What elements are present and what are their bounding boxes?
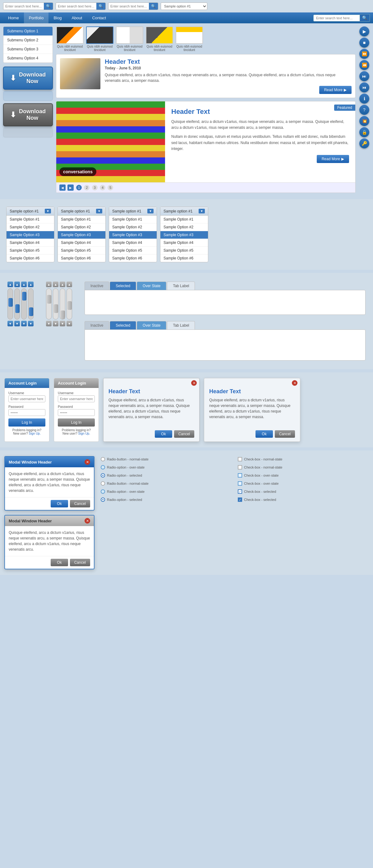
v-slider-2-down[interactable]: ▼ <box>14 321 20 327</box>
dd3-opt3[interactable]: Sample Option #3 <box>109 231 157 239</box>
rb-rw[interactable]: ⏪ <box>359 60 369 70</box>
password-input-1[interactable] <box>8 409 45 416</box>
nav-search-input[interactable] <box>313 14 360 22</box>
radio-over-2-icon[interactable] <box>101 489 105 494</box>
radio-normal-2-icon[interactable] <box>101 481 105 486</box>
rb-skipfwd[interactable]: ⏭ <box>359 71 369 81</box>
tab-label-2[interactable]: Tab Label <box>167 321 195 330</box>
dd3-opt2[interactable]: Sample Option #2 <box>109 223 157 231</box>
modal-inner-1-close[interactable]: ✕ <box>191 380 197 386</box>
modal-box-1-close[interactable]: ✕ <box>84 459 90 465</box>
dd3-opt6[interactable]: Sample Option #6 <box>109 254 157 262</box>
dd4-opt4[interactable]: Sample Option #4 <box>160 239 208 247</box>
v-slider-1-down[interactable]: ▼ <box>7 321 13 327</box>
modal-box-1-cancel[interactable]: Cancel <box>70 500 90 507</box>
rb-lock[interactable]: 🔒 <box>359 127 369 137</box>
v-slider-2-up[interactable]: ▲ <box>14 282 20 287</box>
dd4-opt1[interactable]: Sample Option #1 <box>160 216 208 223</box>
modal-box-2-ok[interactable]: Ok <box>51 559 68 566</box>
tab-inactive-1[interactable]: Inactive <box>84 282 109 290</box>
v-slider-8-down[interactable]: ▼ <box>67 321 72 327</box>
thumb-item-3[interactable]: Quis nibh euismod tincidunt <box>145 26 173 52</box>
dd1-opt4[interactable]: Sample Option #4 <box>6 239 54 247</box>
modal-inner-1-cancel[interactable]: Cancel <box>174 430 194 438</box>
v-slider-6-up[interactable]: ▲ <box>53 282 59 287</box>
dd3-opt1[interactable]: Sample Option #1 <box>109 216 157 223</box>
v-slider-4-thumb[interactable] <box>29 307 33 316</box>
nav-search-button[interactable]: 🔍 <box>360 14 370 22</box>
v-slider-2-thumb[interactable] <box>15 304 20 313</box>
dd2-opt5[interactable]: Sample Option #5 <box>58 247 105 254</box>
v-slider-7-down[interactable]: ▼ <box>60 321 65 327</box>
tab-selected-1[interactable]: Selected <box>110 282 136 290</box>
search-button-2[interactable]: 🔍 <box>96 3 105 10</box>
nav-about[interactable]: About <box>67 12 87 23</box>
submenu-item-1[interactable]: Submenu Option 2 <box>3 36 53 45</box>
dd4-opt3[interactable]: Sample Option #3 <box>160 231 208 239</box>
submenu-item-3[interactable]: Submenu Option 4 <box>3 54 53 63</box>
v-slider-7-thumb[interactable] <box>61 310 65 319</box>
check-selected-1-icon[interactable]: ✓ <box>238 489 242 494</box>
username-input-1[interactable] <box>8 396 45 402</box>
download-button-1[interactable]: ⬇ Download Now <box>3 67 53 90</box>
featured-read-more[interactable]: Read More ▶ <box>317 155 349 163</box>
dd1-opt6[interactable]: Sample Option #6 <box>6 254 54 262</box>
dd2-opt3[interactable]: Sample Option #3 <box>58 231 105 239</box>
thumb-item-4[interactable]: Quis nibh euismod tincidunt <box>175 26 203 52</box>
dropdown-1-header[interactable]: Sample option #1 ▼ <box>6 207 54 216</box>
rb-skipback[interactable]: ⏮ <box>359 83 369 92</box>
v-slider-5-down[interactable]: ▼ <box>46 321 52 327</box>
tab-label-1[interactable]: Tab Label <box>167 282 195 290</box>
dd2-opt6[interactable]: Sample Option #6 <box>58 254 105 262</box>
rb-info[interactable]: ℹ <box>359 94 369 103</box>
search-input-3[interactable] <box>108 3 149 9</box>
modal-box-2-cancel[interactable]: Cancel <box>70 559 90 566</box>
v-slider-3-down[interactable]: ▼ <box>21 321 27 327</box>
v-slider-6-down[interactable]: ▼ <box>53 321 59 327</box>
thumb-item-1[interactable]: Quis nibh euismod tincidunt <box>86 26 114 52</box>
v-slider-3-thumb[interactable] <box>22 292 26 301</box>
v-slider-6-thumb[interactable] <box>54 304 58 313</box>
v-slider-4-up[interactable]: ▲ <box>28 282 34 287</box>
dropdown-3-header[interactable]: Sample option #1 ▼ <box>109 207 157 216</box>
modal-box-1-ok[interactable]: Ok <box>51 500 68 507</box>
dd2-opt1[interactable]: Sample Option #1 <box>58 216 105 223</box>
rb-bomb[interactable]: 💥 <box>359 116 369 126</box>
dd3-opt5[interactable]: Sample Option #5 <box>109 247 157 254</box>
slider-prev[interactable]: ◀ <box>59 185 66 191</box>
radio-normal-1-icon[interactable] <box>101 457 105 461</box>
nav-blog[interactable]: Blog <box>48 12 67 23</box>
tab-selected-2[interactable]: Selected <box>110 321 136 330</box>
top-select[interactable]: Sample option #1 <box>161 2 207 10</box>
rb-play[interactable]: ▶ <box>359 26 369 36</box>
modal-inner-2-cancel[interactable]: Cancel <box>275 430 295 438</box>
dd2-opt4[interactable]: Sample Option #4 <box>58 239 105 247</box>
modal-box-2-close[interactable]: ✕ <box>84 518 90 524</box>
check-normal-1-icon[interactable] <box>238 457 242 461</box>
check-selected-2-icon[interactable]: ✓ <box>238 497 242 502</box>
rb-help[interactable]: ? <box>359 105 369 115</box>
slider-next[interactable]: ▶ <box>67 185 74 191</box>
nav-contact[interactable]: Contact <box>87 12 111 23</box>
radio-selected-2-icon[interactable] <box>101 497 105 502</box>
v-slider-8-thumb[interactable] <box>67 301 72 310</box>
search-input-1[interactable] <box>3 3 44 9</box>
submenu-item-0[interactable]: Submenu Option 1 <box>3 27 53 36</box>
v-slider-7-up[interactable]: ▲ <box>60 282 65 287</box>
thumb-item-2[interactable]: Quis nibh euismod tincidunt <box>115 26 144 52</box>
dd4-opt2[interactable]: Sample Option #2 <box>160 223 208 231</box>
dd4-opt6[interactable]: Sample Option #6 <box>160 254 208 262</box>
check-over-1-icon[interactable] <box>238 473 242 477</box>
v-slider-8-up[interactable]: ▲ <box>67 282 72 287</box>
v-slider-1-up[interactable]: ▲ <box>7 282 13 287</box>
dd4-opt5[interactable]: Sample Option #5 <box>160 247 208 254</box>
v-slider-1-thumb[interactable] <box>8 298 13 307</box>
login-button-2[interactable]: Log In <box>58 418 95 427</box>
slide-dot-5[interactable]: 5 <box>107 185 113 190</box>
rb-key[interactable]: 🔑 <box>359 138 369 148</box>
signup-link-1[interactable]: Sign Up. <box>29 432 41 435</box>
nav-portfolio[interactable]: Portfolio <box>24 12 49 23</box>
tab-inactive-2[interactable]: Inactive <box>84 321 109 330</box>
nav-home[interactable]: Home <box>3 12 24 23</box>
password-input-2[interactable] <box>58 409 95 416</box>
